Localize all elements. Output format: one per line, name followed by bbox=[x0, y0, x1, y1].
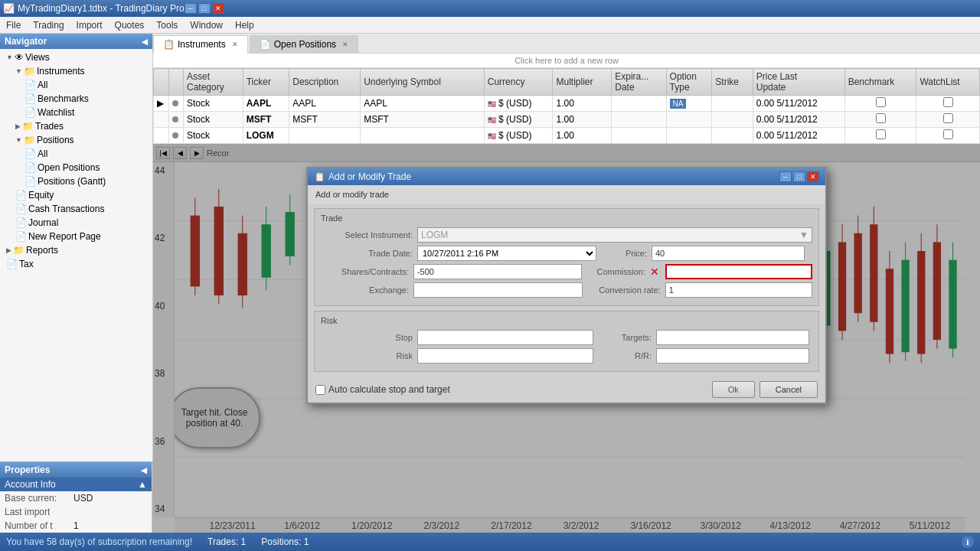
instrument-select[interactable]: LOGM ▼ bbox=[417, 227, 812, 243]
sidebar-item-all-instruments[interactable]: 📄 All bbox=[0, 78, 152, 92]
menu-import[interactable]: Import bbox=[70, 18, 109, 32]
sidebar-item-watchlist[interactable]: 📄 Watchlist bbox=[0, 106, 152, 119]
col-strike[interactable]: Strike bbox=[712, 69, 753, 96]
sidebar-item-label: Benchmarks bbox=[38, 93, 89, 104]
col-price-update[interactable]: Price LastUpdate bbox=[753, 69, 844, 96]
row-watchlist[interactable] bbox=[916, 128, 980, 144]
add-row-hint[interactable]: Click here to add a new row bbox=[153, 54, 980, 68]
col-description[interactable]: Description bbox=[289, 69, 361, 96]
col-benchmark[interactable]: Benchmark bbox=[844, 69, 916, 96]
tab-close-positions[interactable]: ✕ bbox=[342, 41, 348, 48]
price-input[interactable] bbox=[652, 246, 805, 261]
risk-input[interactable] bbox=[417, 348, 593, 364]
trade-date-select[interactable]: 10/27/2011 2:16 PM bbox=[417, 246, 596, 261]
sidebar-item-cash[interactable]: 📄 Cash Transactions bbox=[0, 202, 152, 216]
col-underlying[interactable]: Underlying Symbol bbox=[361, 69, 485, 96]
row-option-type bbox=[666, 128, 712, 144]
col-expiry[interactable]: Expira...Date bbox=[612, 69, 666, 96]
row-ticker[interactable]: MSFT bbox=[243, 112, 289, 128]
shares-input[interactable] bbox=[413, 264, 583, 279]
cancel-button[interactable]: Cancel bbox=[760, 381, 818, 398]
menu-window[interactable]: Window bbox=[184, 18, 229, 32]
benchmark-checkbox[interactable] bbox=[876, 97, 886, 107]
row-benchmark[interactable] bbox=[844, 96, 916, 112]
tab-instruments[interactable]: 📋 Instruments ✕ bbox=[153, 35, 248, 54]
footer-buttons: Ok Cancel bbox=[712, 381, 818, 398]
col-multiplier[interactable]: Multiplier bbox=[553, 69, 612, 96]
menu-help[interactable]: Help bbox=[229, 18, 260, 32]
row-currency: 🇺🇸 $ (USD) bbox=[484, 112, 553, 128]
watchlist-checkbox[interactable] bbox=[943, 97, 953, 107]
sidebar-item-journal[interactable]: 📄 Journal bbox=[0, 216, 152, 230]
col-ticker[interactable]: Ticker bbox=[243, 69, 289, 96]
table-row[interactable]: ▶ Stock AAPL AAPL AAPL 🇺🇸 $ (USD) 1.00 N… bbox=[154, 96, 980, 112]
col-watchlist[interactable]: WatchList bbox=[916, 69, 980, 96]
maximize-button[interactable]: □ bbox=[198, 3, 211, 14]
sidebar-item-label: Watchlist bbox=[38, 107, 74, 118]
ok-button[interactable]: Ok bbox=[712, 381, 755, 398]
select-instrument-label: Select Instrument: bbox=[321, 230, 413, 240]
row-underlying: AAPL bbox=[361, 96, 485, 112]
commission-clear-icon[interactable]: ✕ bbox=[650, 266, 659, 278]
row-underlying bbox=[361, 128, 485, 144]
sidebar-item-positions-gantt[interactable]: 📄 Positions (Gantt) bbox=[0, 174, 152, 188]
row-ticker[interactable]: LOGM bbox=[243, 128, 289, 144]
row-underlying: MSFT bbox=[361, 112, 485, 128]
table-row[interactable]: Stock LOGM 🇺🇸 $ (USD) 1.00 0.00 5/11/201… bbox=[154, 128, 980, 144]
col-currency[interactable]: Currency bbox=[484, 69, 553, 96]
row-option-type bbox=[666, 112, 712, 128]
status-bar: You have 58 day(s) of subscription remai… bbox=[0, 533, 980, 551]
row-watchlist[interactable] bbox=[916, 112, 980, 128]
instrument-dropdown-icon[interactable]: ▼ bbox=[799, 230, 808, 240]
dialog-close-btn[interactable]: ✕ bbox=[807, 171, 819, 182]
benchmark-checkbox[interactable] bbox=[876, 129, 886, 139]
menu-file[interactable]: File bbox=[0, 18, 27, 32]
sidebar-item-trades[interactable]: ▶ 📁 Trades bbox=[0, 119, 152, 133]
properties-title: Properties bbox=[5, 465, 50, 475]
row-benchmark[interactable] bbox=[844, 112, 916, 128]
conversion-input[interactable] bbox=[665, 282, 812, 298]
auto-calc-label[interactable]: Auto calculate stop and target bbox=[315, 384, 450, 395]
row-benchmark[interactable] bbox=[844, 128, 916, 144]
targets-input[interactable] bbox=[656, 330, 809, 345]
dialog-minimize-btn[interactable]: ─ bbox=[779, 171, 792, 182]
benchmark-checkbox[interactable] bbox=[876, 113, 886, 123]
sidebar-item-equity[interactable]: 📄 Equity bbox=[0, 188, 152, 202]
sidebar-item-open-positions[interactable]: 📄 Open Positions bbox=[0, 161, 152, 174]
info-icon[interactable]: ℹ bbox=[962, 536, 974, 548]
sidebar-item-positions[interactable]: ▼ 📁 Positions bbox=[0, 133, 152, 147]
properties-pin[interactable]: ◀ bbox=[141, 466, 147, 474]
sidebar-item-instruments[interactable]: ▼ 📁 Instruments bbox=[0, 64, 152, 78]
stop-input[interactable] bbox=[417, 330, 593, 345]
dialog-title-bar: 📋 Add or Modify Trade ─ □ ✕ bbox=[308, 168, 825, 185]
close-button[interactable]: ✕ bbox=[212, 3, 224, 14]
account-info-header[interactable]: Account Info ▲ bbox=[0, 478, 152, 491]
sidebar-item-new-report[interactable]: 📄 New Report Page bbox=[0, 230, 152, 243]
col-category[interactable]: AssetCategory bbox=[184, 69, 243, 96]
rr-input[interactable] bbox=[656, 348, 809, 364]
dialog-maximize-btn[interactable]: □ bbox=[793, 171, 805, 182]
menu-quotes[interactable]: Quotes bbox=[109, 18, 151, 32]
menu-trading[interactable]: Trading bbox=[27, 18, 70, 32]
sidebar-item-benchmarks[interactable]: 📄 Benchmarks bbox=[0, 92, 152, 106]
col-option-type[interactable]: OptionType bbox=[666, 69, 712, 96]
auto-calc-checkbox[interactable] bbox=[315, 385, 325, 395]
sidebar-item-label: Instruments bbox=[37, 66, 85, 77]
app-title: MyTradingDiary1.tdbx - TradingDiary Pro bbox=[18, 3, 185, 14]
row-ticker[interactable]: AAPL bbox=[243, 96, 289, 112]
minimize-button[interactable]: ─ bbox=[185, 3, 197, 14]
sidebar-item-reports[interactable]: ▶ 📁 Reports bbox=[0, 243, 152, 257]
row-watchlist[interactable] bbox=[916, 96, 980, 112]
watchlist-checkbox[interactable] bbox=[943, 129, 953, 139]
tab-close-instruments[interactable]: ✕ bbox=[232, 41, 238, 48]
sidebar-item-views[interactable]: ▼ 👁 Views bbox=[0, 51, 152, 64]
commission-input[interactable] bbox=[665, 264, 812, 279]
sidebar-item-tax[interactable]: 📄 Tax bbox=[0, 257, 152, 271]
exchange-input[interactable] bbox=[413, 282, 583, 298]
sidebar-item-all-positions[interactable]: 📄 All bbox=[0, 147, 152, 161]
table-row[interactable]: Stock MSFT MSFT MSFT 🇺🇸 $ (USD) 1.00 0.0… bbox=[154, 112, 980, 128]
tab-open-positions[interactable]: 📄 Open Positions ✕ bbox=[250, 35, 358, 53]
watchlist-checkbox[interactable] bbox=[943, 113, 953, 123]
menu-tools[interactable]: Tools bbox=[150, 18, 184, 32]
navigator-pin[interactable]: ◀ bbox=[142, 37, 148, 46]
